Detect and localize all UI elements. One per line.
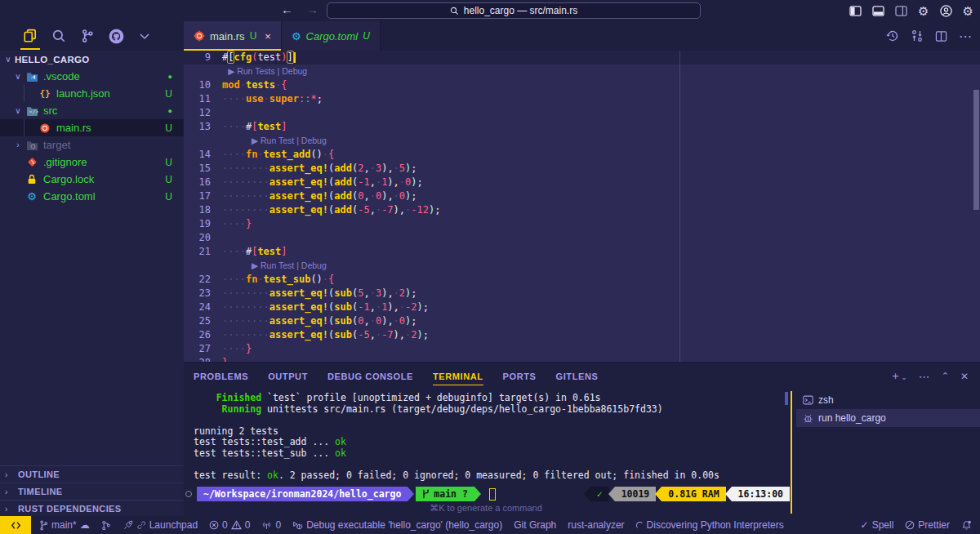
terminal-cursor bbox=[489, 488, 496, 501]
prompt-cwd: ~/Workspace/ironman2024/hello_cargo bbox=[197, 487, 408, 501]
split-editor-icon[interactable] bbox=[935, 30, 947, 42]
panel-tab-terminal[interactable]: TERMINAL bbox=[433, 363, 483, 389]
terminal-item-run-hello-cargo[interactable]: run hello_cargo bbox=[796, 409, 980, 427]
status-notifications[interactable] bbox=[961, 520, 972, 531]
more-actions-icon[interactable]: ⋯ bbox=[959, 29, 972, 44]
terminal-item-zsh[interactable]: zsh bbox=[796, 391, 980, 409]
more-actions-icon[interactable]: ⋯ bbox=[919, 370, 930, 383]
line-number: 14 bbox=[184, 148, 211, 162]
terminal-line: Finished `test` profile [unoptimized + d… bbox=[194, 393, 790, 404]
line-number: 11 bbox=[184, 92, 211, 106]
github-icon[interactable] bbox=[109, 21, 124, 51]
status-python-discovery[interactable]: Discovering Python Interpreters bbox=[636, 519, 784, 531]
modified-dot-badge: ● bbox=[168, 107, 172, 115]
chevron-right-icon: › bbox=[5, 505, 15, 514]
code-editor[interactable]: 9#[cfg(test)]▶ Run Tests | Debug10mod·te… bbox=[184, 51, 980, 362]
panel-actions: ＋⌄ ⋯ ⌃ ✕ bbox=[889, 363, 969, 389]
tree-root-hello-cargo[interactable]: ∨ HELLO_CARGO bbox=[0, 51, 184, 68]
code-line: 11····use·super::*; bbox=[184, 92, 980, 106]
tab-close-icon[interactable]: × bbox=[265, 30, 271, 42]
tab-label: main.rs bbox=[210, 30, 245, 42]
explorer-files-icon[interactable] bbox=[23, 21, 38, 51]
account-icon[interactable] bbox=[940, 5, 952, 17]
maximize-panel-icon[interactable]: ⌃ bbox=[942, 371, 949, 381]
panel-tab-output[interactable]: OUTPUT bbox=[268, 363, 308, 389]
compare-changes-icon[interactable] bbox=[911, 29, 924, 42]
line-number: 26 bbox=[184, 328, 211, 342]
tab-label: Cargo.toml bbox=[306, 30, 359, 42]
source-control-icon[interactable] bbox=[80, 21, 95, 51]
chevron-right-icon: › bbox=[11, 140, 24, 149]
tree-folder-vscode[interactable]: ∨ .vscode ● bbox=[0, 68, 184, 85]
terminal-instance-list: zsh run hello_cargo bbox=[796, 391, 980, 427]
status-bar: main* ☁ Launchpad 0 0 0 Debug executable… bbox=[0, 516, 980, 534]
untracked-badge: U bbox=[165, 191, 172, 202]
customize-layout-gear-icon[interactable]: ⚙ bbox=[918, 5, 929, 17]
new-terminal-icon[interactable]: ＋⌄ bbox=[889, 369, 907, 384]
timeline-history-icon[interactable] bbox=[886, 29, 899, 42]
panel-tab-debug-console[interactable]: DEBUG CONSOLE bbox=[327, 363, 413, 389]
json-braces-icon: {} bbox=[38, 88, 52, 99]
link-icon bbox=[136, 520, 146, 530]
section-outline[interactable]: › OUTLINE bbox=[0, 465, 184, 483]
tree-file-cargo-toml[interactable]: ⚙ Cargo.toml U bbox=[0, 188, 184, 205]
src-folder-icon: </> bbox=[24, 105, 39, 116]
tree-file-launch-json[interactable]: {} launch.json U bbox=[0, 85, 184, 102]
close-panel-icon[interactable]: ✕ bbox=[960, 371, 969, 382]
panel-tab-ports[interactable]: PORTS bbox=[503, 363, 537, 389]
tree-file-cargo-lock[interactable]: Cargo.lock U bbox=[0, 171, 184, 188]
powerline-arrow bbox=[474, 487, 481, 501]
line-number: 24 bbox=[184, 300, 211, 314]
status-prettier[interactable]: Prettier bbox=[905, 519, 950, 531]
tree-folder-target[interactable]: › target bbox=[0, 136, 184, 154]
terminal-line bbox=[194, 459, 790, 470]
status-launchpad[interactable]: Launchpad bbox=[122, 519, 198, 531]
editor-scrollbar-thumb[interactable] bbox=[973, 90, 979, 210]
status-ports[interactable]: 0 bbox=[261, 519, 281, 531]
line-number bbox=[184, 65, 211, 78]
nav-back-icon[interactable]: ← bbox=[281, 2, 293, 16]
terminal-line: Running unittests src/main.rs (target/de… bbox=[194, 404, 790, 416]
status-source-control-graph[interactable] bbox=[101, 520, 111, 531]
command-center[interactable]: hello_cargo — src/main.rs bbox=[327, 2, 701, 19]
target-folder-icon bbox=[24, 140, 39, 150]
codelens-run-debug-link[interactable]: ▶ Run Test | Debug bbox=[211, 259, 327, 273]
tree-file-gitignore[interactable]: .gitignore U bbox=[0, 154, 184, 171]
status-debug-executable[interactable]: Debug executable 'hello_cargo' (hello_ca… bbox=[292, 519, 502, 531]
codelens-run-debug-link[interactable]: ▶ Run Tests | Debug bbox=[211, 65, 307, 78]
search-icon[interactable] bbox=[51, 21, 66, 51]
activity-bar bbox=[0, 21, 184, 51]
panel-tab-gitlens[interactable]: GITLENS bbox=[556, 363, 599, 389]
terminal-sash[interactable] bbox=[791, 391, 792, 514]
panel-tab-problems[interactable]: PROBLEMS bbox=[194, 363, 248, 389]
svg-text:</>: </> bbox=[29, 109, 38, 115]
status-problems[interactable]: 0 0 bbox=[209, 519, 250, 531]
codelens-run-debug-link[interactable]: ▶ Run Test | Debug bbox=[211, 134, 327, 148]
status-rust-analyzer[interactable]: rust-analyzer bbox=[568, 519, 624, 531]
tree-file-main-rs[interactable]: main.rs U bbox=[0, 119, 184, 136]
broadcast-antenna-icon bbox=[261, 520, 272, 530]
line-number: 22 bbox=[184, 273, 211, 287]
settings-gear-icon[interactable]: ⚙ bbox=[963, 5, 973, 17]
status-spell[interactable]: ✓ Spell bbox=[861, 519, 894, 531]
terminal-scrollbar-thumb[interactable] bbox=[785, 392, 788, 405]
section-rust-dependencies[interactable]: › RUST DEPENDENCIES bbox=[0, 500, 184, 517]
terminal-ai-hint: ⌘K to generate a command bbox=[184, 503, 788, 514]
section-timeline[interactable]: › TIMELINE bbox=[0, 483, 184, 500]
tree-folder-src[interactable]: ∨ </> src ● bbox=[0, 102, 184, 119]
debug-task-icon bbox=[803, 413, 813, 424]
tab-cargo-toml[interactable]: ⚙ Cargo.toml U bbox=[282, 21, 381, 51]
layout-sidebar-left-icon[interactable] bbox=[849, 6, 862, 16]
status-git-branch[interactable]: main* ☁ bbox=[39, 519, 90, 531]
layout-sidebar-right-icon[interactable] bbox=[895, 6, 907, 16]
terminal-line bbox=[194, 415, 790, 426]
tab-main-rs[interactable]: main.rs U × bbox=[184, 21, 282, 51]
status-git-graph[interactable]: Git Graph bbox=[514, 519, 556, 531]
terminal-prompt[interactable]: ~/Workspace/ironman2024/hello_cargo main… bbox=[185, 487, 790, 501]
remote-indicator[interactable] bbox=[0, 516, 31, 534]
more-views-chevron-icon[interactable] bbox=[138, 21, 151, 51]
untracked-badge: U bbox=[165, 157, 172, 168]
layout-panel-icon[interactable] bbox=[872, 6, 884, 16]
terminal-output[interactable]: Finished `test` profile [unoptimized + d… bbox=[194, 393, 790, 481]
nav-forward-icon[interactable]: → bbox=[306, 2, 318, 16]
